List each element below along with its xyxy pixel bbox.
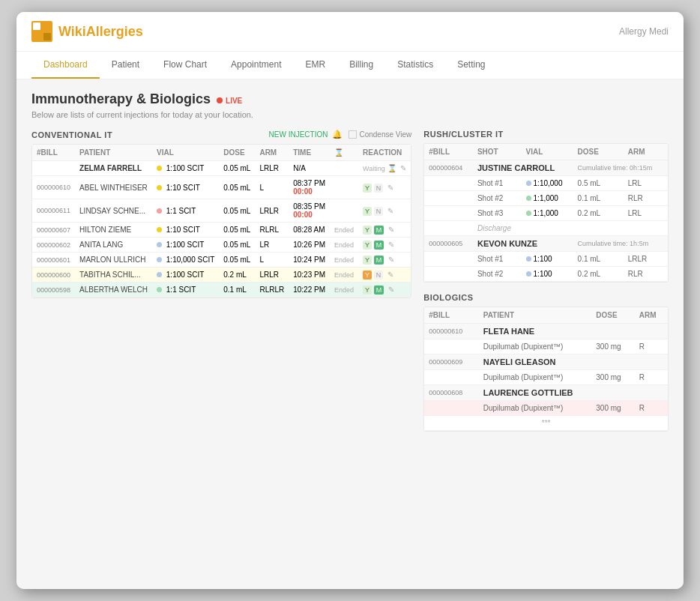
condense-checkbox[interactable] <box>349 130 357 139</box>
edit-icon[interactable]: ✎ <box>400 164 406 172</box>
bio-dose-cell: 300 mg <box>591 401 635 416</box>
page-title: Immunotherapy & Biologics <box>31 91 211 107</box>
shot-vial-dot <box>526 211 531 216</box>
time-value: 08:28 AM <box>293 226 325 234</box>
rc-patient-name: JUSTINE CARROLL <box>473 160 573 176</box>
page-header: Immunotherapy & Biologics LIVE <box>31 91 669 107</box>
edit-icon[interactable]: ✎ <box>388 286 394 294</box>
bio-medication-row: Dupilumab (Dupixent™) 300 mg R <box>424 401 668 416</box>
edit-icon[interactable]: ✎ <box>388 256 394 264</box>
new-injection-link[interactable]: NEW INJECTION 🔔 <box>269 130 343 139</box>
nav-item-billing[interactable]: Billing <box>337 52 385 79</box>
ended-status: Ended <box>334 271 354 279</box>
col-patient: PATIENT <box>75 145 152 161</box>
rc-shot-label: Shot #3 <box>473 206 522 221</box>
y-badge: Y <box>363 241 372 250</box>
shot-row: Shot #1 1:100 0.1 mL LRLR <box>424 252 668 267</box>
edit-icon[interactable]: ✎ <box>387 184 393 192</box>
patient-cell: ANITA LANG <box>75 238 152 253</box>
table-row: 000000602 ANITA LANG 1:100 SCIT 0.05 mL … <box>32 238 411 253</box>
shot-vial-text: 1:100 <box>534 270 552 278</box>
bill-cell: 000000601 <box>32 253 75 268</box>
shot-row: Discharge <box>424 221 668 236</box>
nav-item-statistics[interactable]: Statistics <box>385 52 445 79</box>
edit-icon[interactable]: ✎ <box>388 226 394 234</box>
vial-cell: 1:100 SCIT <box>152 238 219 253</box>
rush-cluster-section: RUSH/CLUSTER IT #BILL SHOT VIAL DOSE ARM <box>423 130 669 432</box>
bio-med-name: Dupilumab (Dupixent™) <box>479 401 592 416</box>
biologics-table: #BILL PATIENT DOSE ARM 000000610 FLETA H… <box>424 307 668 431</box>
bio-patient-row: 000000610 FLETA HANE <box>424 324 668 339</box>
rc-shot-vial: 1:1,000 <box>522 206 573 221</box>
new-injection-label: NEW INJECTION <box>269 130 328 139</box>
shot-vial-text: 1:10,000 <box>534 179 563 187</box>
time-cell: 10:26 PM <box>289 238 330 253</box>
header-right-text: Allergy Medi <box>619 26 669 37</box>
edit-icon[interactable]: ✎ <box>387 271 393 279</box>
shot-vial-dot <box>526 271 531 277</box>
patient-group-row: 000000605 KEVON KUNZE Cumulative time: 1… <box>424 236 668 252</box>
vial-label: 1:100 SCIT <box>166 241 205 249</box>
patient-cell: ABEL WINTHEISER <box>75 176 152 199</box>
status-cell: Ended <box>330 283 358 298</box>
vial-dot <box>157 287 162 292</box>
nav-item-appointment[interactable]: Appointment <box>219 52 293 79</box>
reaction-cell: Y N ✎ <box>358 176 411 199</box>
time-value: 10:23 PM <box>293 271 325 279</box>
shot-vial-dot <box>526 256 531 262</box>
live-dot <box>217 97 223 103</box>
patient-cell: ZELMA FARRELL <box>75 161 152 176</box>
rc-shot-dose: 0.2 mL <box>573 267 624 282</box>
rc-shot-arm: RLR <box>624 191 668 206</box>
vial-dot <box>157 242 162 247</box>
logo-icon <box>31 21 52 42</box>
patient-group-row: 000000604 JUSTINE CARROLL Cumulative tim… <box>424 160 668 176</box>
header: WikiAllergies Allergy Medi <box>16 12 684 52</box>
rc-bill-cell: 000000605 <box>424 236 473 252</box>
vial-dot <box>157 185 162 190</box>
time-value: 10:22 PM <box>293 286 325 294</box>
nav-item-dashboard[interactable]: Dashboard <box>31 52 100 79</box>
vial-label: 1:10 SCIT <box>166 184 200 192</box>
rc-col-bill: #BILL <box>424 144 473 160</box>
arm-cell: L <box>255 253 289 268</box>
rc-shot-empty <box>424 176 473 191</box>
edit-icon[interactable]: ✎ <box>388 241 394 249</box>
vial-cell: 1:100 SCIT <box>152 161 219 176</box>
bio-arm-cell: R <box>635 370 668 385</box>
nav-item-flowchart[interactable]: Flow Chart <box>151 52 219 79</box>
conventional-it-section: CONVENTIONAL IT NEW INJECTION 🔔 Condense… <box>31 130 411 432</box>
bill-cell: 000000607 <box>32 223 75 238</box>
shot-row: Shot #1 1:10,000 0.5 mL LRL <box>424 176 668 191</box>
rc-shot-label: Shot #1 <box>473 176 522 191</box>
hourglass-icon: ⌛ <box>387 164 396 172</box>
shot-row: Shot #2 1:1,000 0.1 mL RLR <box>424 191 668 206</box>
table-row: ZELMA FARRELL 1:100 SCIT 0.05 mL LRLR N/… <box>32 161 411 176</box>
main-window: WikiAllergies Allergy Medi Dashboard Pat… <box>16 12 684 589</box>
live-badge: LIVE <box>217 97 242 105</box>
nav-item-setting[interactable]: Setting <box>445 52 497 79</box>
vial-label: 1:100 SCIT <box>166 164 205 172</box>
rc-col-vial: VIAL <box>522 144 573 160</box>
live-text: LIVE <box>226 97 242 105</box>
rc-shot-arm: RLR <box>624 267 668 282</box>
rc-shot-vial: 1:10,000 <box>522 176 573 191</box>
bio-med-empty <box>424 339 478 354</box>
status-cell: Ended <box>330 268 358 283</box>
nav-item-patient[interactable]: Patient <box>100 52 151 79</box>
time-cell: 10:24 PM <box>289 253 330 268</box>
elapsed-time: 00:00 <box>293 187 313 196</box>
edit-icon[interactable]: ✎ <box>387 207 393 215</box>
vial-cell: 1:10 SCIT <box>152 176 219 199</box>
rc-col-dose: DOSE <box>573 144 624 160</box>
reaction-cell: Y N ✎ <box>358 199 411 223</box>
col-dose: DOSE <box>219 145 255 161</box>
rc-shot-empty <box>424 191 473 206</box>
rc-shot-label: Discharge <box>473 221 522 236</box>
bell-icon[interactable]: 🔔 <box>332 130 343 139</box>
reaction-cell: Y M ✎ <box>358 283 411 298</box>
rc-col-shot: SHOT <box>473 144 522 160</box>
reaction-cell: Y M ✎ <box>358 253 411 268</box>
biologics-table-wrapper: #BILL PATIENT DOSE ARM 000000610 FLETA H… <box>423 306 669 432</box>
nav-item-emr[interactable]: EMR <box>293 52 337 79</box>
